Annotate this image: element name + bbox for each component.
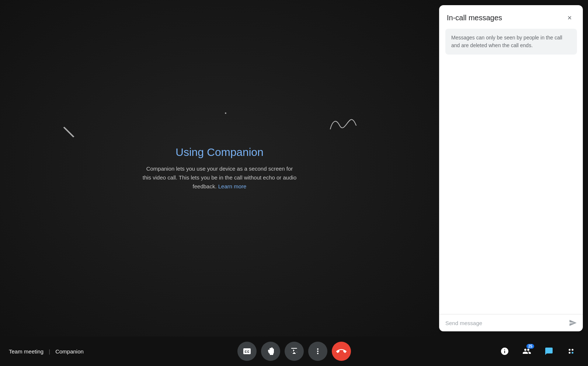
learn-more-link[interactable]: Learn more <box>218 183 247 189</box>
panel-input-area <box>439 314 583 331</box>
panel-close-button[interactable]: × <box>564 12 575 24</box>
people-badge: 25 <box>526 344 534 349</box>
deco-slash: \ <box>61 122 76 143</box>
send-button[interactable] <box>569 319 577 327</box>
companion-label: Companion <box>55 348 84 355</box>
people-button[interactable]: 25 <box>519 343 535 359</box>
panel-messages-area <box>439 60 583 314</box>
end-call-button[interactable] <box>332 342 351 361</box>
captions-button[interactable] <box>237 342 257 361</box>
video-area: \ Using Companion Companion lets you use… <box>0 0 439 337</box>
separator: | <box>49 348 50 355</box>
svg-point-3 <box>572 352 574 354</box>
chat-button[interactable] <box>541 343 557 359</box>
panel-header: In-call messages × <box>439 5 583 29</box>
panel-info-box: Messages can only be seen by people in t… <box>445 29 577 55</box>
raise-hand-button[interactable] <box>261 342 280 361</box>
bottom-right-controls: 25 <box>497 343 579 359</box>
incall-panel: In-call messages × Messages can only be … <box>439 5 583 331</box>
bottom-bar: Team meeting | Companion <box>0 337 588 366</box>
deco-signature <box>328 114 358 136</box>
present-button[interactable] <box>285 342 304 361</box>
more-options-button[interactable] <box>308 342 327 361</box>
companion-title: Using Companion <box>142 146 297 158</box>
main-area: \ Using Companion Companion lets you use… <box>0 0 588 337</box>
center-content: Using Companion Companion lets you use y… <box>142 146 297 191</box>
meeting-info-button[interactable] <box>497 343 513 359</box>
panel-title: In-call messages <box>447 14 502 22</box>
svg-point-1 <box>572 349 574 351</box>
bottom-center-controls <box>237 342 351 361</box>
svg-point-2 <box>569 352 571 354</box>
activities-button[interactable] <box>563 343 579 359</box>
meeting-title: Team meeting <box>9 348 44 355</box>
companion-description: Companion lets you use your device as a … <box>142 164 297 191</box>
bottom-left: Team meeting | Companion <box>9 348 84 355</box>
svg-point-0 <box>569 349 571 351</box>
deco-dot <box>225 112 226 114</box>
send-message-input[interactable] <box>445 320 566 326</box>
